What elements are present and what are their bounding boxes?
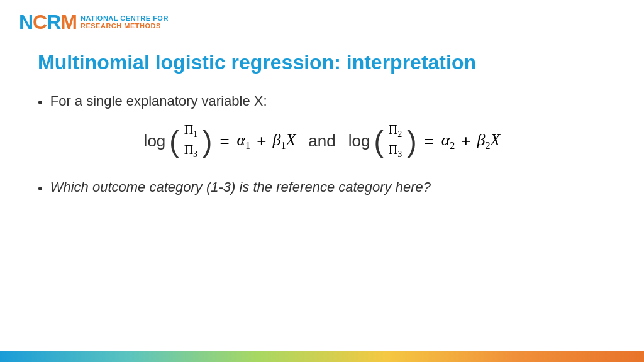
bullet-dot-1: •: [38, 94, 43, 111]
header: NCRM NATIONAL CENTRE FOR RESEARCH METHOD…: [0, 0, 644, 44]
bullet-2-text: Which outcome category (1-3) is the refe…: [50, 179, 431, 195]
logo-letter-c: C: [33, 11, 47, 33]
logo-line1: NATIONAL CENTRE FOR: [80, 14, 169, 22]
bullet-2: • Which outcome category (1-3) is the re…: [38, 179, 606, 197]
logo-letter-r: R: [47, 11, 60, 33]
fraction-left-num: Π1: [183, 122, 199, 141]
bullet-dot-2: •: [38, 180, 43, 197]
logo-letter-n: N: [19, 11, 33, 33]
plus-right: +: [461, 131, 470, 151]
right-paren-2: ): [407, 127, 416, 156]
logo: NCRM NATIONAL CENTRE FOR RESEARCH METHOD…: [19, 11, 169, 34]
logo-letters: NCRM: [19, 11, 77, 34]
logo-text: NATIONAL CENTRE FOR RESEARCH METHODS: [80, 14, 169, 30]
equals-right: =: [425, 131, 434, 151]
left-paren-2: (: [374, 127, 383, 156]
log-right: log: [348, 131, 370, 151]
beta-1: β1X: [272, 131, 296, 151]
fraction-right-num: Π2: [387, 122, 403, 141]
bullet-1-text: For a single explanatory variable X:: [50, 93, 267, 109]
fraction-left-den: Π3: [183, 141, 199, 160]
formula-right: log ( Π2 Π3 ) = α2 + β2X: [348, 122, 501, 160]
log-left: log: [144, 131, 166, 151]
logo-line2: RESEARCH METHODS: [80, 22, 169, 30]
alpha-2: α2: [441, 131, 455, 151]
left-paren-1: (: [169, 127, 179, 156]
logo-letter-m: M: [60, 11, 77, 33]
formula-container: log ( Π1 Π3 ) = α1 + β1X and log ( Π2 Π3…: [38, 122, 606, 160]
alpha-1: α1: [237, 131, 251, 151]
fraction-left: Π1 Π3: [183, 122, 199, 160]
fraction-right: Π2 Π3: [387, 122, 403, 160]
formula-left: log ( Π1 Π3 ) = α1 + β1X: [144, 122, 296, 160]
bottom-bar: [0, 351, 644, 362]
right-paren-1: ): [203, 127, 212, 156]
slide-title: Multinomial logistic regression: interpr…: [38, 50, 606, 74]
slide-content: Multinomial logistic regression: interpr…: [0, 44, 644, 351]
fraction-right-den: Π3: [387, 141, 403, 160]
equals-left: =: [219, 131, 229, 151]
bullet-1: • For a single explanatory variable X:: [38, 93, 606, 111]
plus-left: +: [257, 131, 266, 151]
and-label: and: [308, 131, 335, 151]
beta-2: β2X: [477, 131, 501, 151]
